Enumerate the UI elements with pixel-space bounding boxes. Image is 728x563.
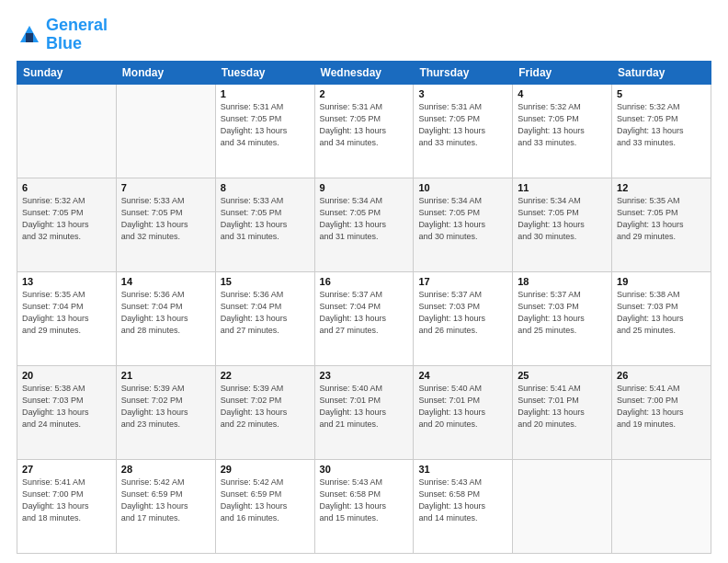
table-row: 18Sunrise: 5:37 AM Sunset: 7:03 PM Dayli… [513,271,612,365]
table-row: 17Sunrise: 5:37 AM Sunset: 7:03 PM Dayli… [414,271,513,365]
day-detail: Sunrise: 5:35 AM Sunset: 7:04 PM Dayligh… [22,289,111,337]
day-number: 29 [221,464,310,475]
table-row: 27Sunrise: 5:41 AM Sunset: 7:00 PM Dayli… [17,459,117,553]
day-number: 4 [518,88,607,99]
day-number: 11 [518,182,607,193]
day-number: 28 [121,464,210,475]
day-detail: Sunrise: 5:42 AM Sunset: 6:59 PM Dayligh… [121,477,210,524]
day-detail: Sunrise: 5:35 AM Sunset: 7:05 PM Dayligh… [617,195,706,243]
logo: General Blue [17,17,108,53]
day-detail: Sunrise: 5:34 AM Sunset: 7:05 PM Dayligh… [518,195,607,243]
calendar-row: 27Sunrise: 5:41 AM Sunset: 7:00 PM Dayli… [17,459,711,553]
weekday-header-tuesday: Tuesday [215,61,314,84]
day-number: 13 [22,276,111,287]
weekday-header-wednesday: Wednesday [314,61,414,84]
day-detail: Sunrise: 5:37 AM Sunset: 7:03 PM Dayligh… [518,289,607,337]
day-detail: Sunrise: 5:32 AM Sunset: 7:05 PM Dayligh… [617,101,706,149]
table-row [612,459,711,553]
logo-text: General Blue [46,17,108,53]
day-number: 10 [418,182,507,193]
table-row: 23Sunrise: 5:40 AM Sunset: 7:01 PM Dayli… [314,365,414,459]
day-number: 3 [418,88,507,99]
day-detail: Sunrise: 5:36 AM Sunset: 7:04 PM Dayligh… [121,289,210,337]
day-number: 27 [22,464,111,475]
calendar-header-row: SundayMondayTuesdayWednesdayThursdayFrid… [17,61,711,84]
weekday-header-thursday: Thursday [414,61,513,84]
table-row: 5Sunrise: 5:32 AM Sunset: 7:05 PM Daylig… [612,84,711,178]
table-row: 6Sunrise: 5:32 AM Sunset: 7:05 PM Daylig… [17,178,117,271]
weekday-header-saturday: Saturday [612,61,711,84]
table-row: 13Sunrise: 5:35 AM Sunset: 7:04 PM Dayli… [17,271,117,365]
day-number: 31 [418,464,507,475]
day-number: 6 [22,182,111,193]
header: General Blue [17,17,711,53]
day-detail: Sunrise: 5:31 AM Sunset: 7:05 PM Dayligh… [221,101,310,149]
weekday-header-sunday: Sunday [17,61,117,84]
day-number: 22 [221,370,310,381]
table-row: 7Sunrise: 5:33 AM Sunset: 7:05 PM Daylig… [116,178,215,271]
day-detail: Sunrise: 5:32 AM Sunset: 7:05 PM Dayligh… [22,195,111,243]
day-detail: Sunrise: 5:31 AM Sunset: 7:05 PM Dayligh… [418,101,507,149]
logo-icon [17,22,42,48]
day-number: 8 [221,182,310,193]
calendar-row: 1Sunrise: 5:31 AM Sunset: 7:05 PM Daylig… [17,84,711,178]
day-number: 24 [418,370,507,381]
table-row: 3Sunrise: 5:31 AM Sunset: 7:05 PM Daylig… [414,84,513,178]
day-detail: Sunrise: 5:39 AM Sunset: 7:02 PM Dayligh… [121,383,210,431]
day-number: 30 [320,464,409,475]
weekday-header-monday: Monday [116,61,215,84]
calendar-row: 20Sunrise: 5:38 AM Sunset: 7:03 PM Dayli… [17,365,711,459]
day-detail: Sunrise: 5:37 AM Sunset: 7:04 PM Dayligh… [320,289,409,337]
page: General Blue SundayMondayTuesdayWednesda… [0,0,728,563]
table-row [116,84,215,178]
day-detail: Sunrise: 5:38 AM Sunset: 7:03 PM Dayligh… [22,383,111,431]
calendar-row: 6Sunrise: 5:32 AM Sunset: 7:05 PM Daylig… [17,178,711,271]
day-number: 19 [617,276,706,287]
svg-rect-1 [26,33,33,42]
table-row: 16Sunrise: 5:37 AM Sunset: 7:04 PM Dayli… [314,271,414,365]
day-detail: Sunrise: 5:36 AM Sunset: 7:04 PM Dayligh… [221,289,310,337]
day-detail: Sunrise: 5:41 AM Sunset: 7:01 PM Dayligh… [518,383,607,431]
day-detail: Sunrise: 5:39 AM Sunset: 7:02 PM Dayligh… [221,383,310,431]
table-row: 2Sunrise: 5:31 AM Sunset: 7:05 PM Daylig… [314,84,414,178]
table-row: 9Sunrise: 5:34 AM Sunset: 7:05 PM Daylig… [314,178,414,271]
day-detail: Sunrise: 5:40 AM Sunset: 7:01 PM Dayligh… [320,383,409,431]
day-number: 5 [617,88,706,99]
calendar-table: SundayMondayTuesdayWednesdayThursdayFrid… [17,61,711,554]
day-number: 21 [121,370,210,381]
day-number: 2 [320,88,409,99]
day-detail: Sunrise: 5:40 AM Sunset: 7:01 PM Dayligh… [418,383,507,431]
day-detail: Sunrise: 5:33 AM Sunset: 7:05 PM Dayligh… [121,195,210,243]
table-row: 31Sunrise: 5:43 AM Sunset: 6:58 PM Dayli… [414,459,513,553]
table-row [17,84,117,178]
table-row: 1Sunrise: 5:31 AM Sunset: 7:05 PM Daylig… [215,84,314,178]
day-number: 25 [518,370,607,381]
day-number: 15 [221,276,310,287]
day-number: 12 [617,182,706,193]
table-row: 20Sunrise: 5:38 AM Sunset: 7:03 PM Dayli… [17,365,117,459]
calendar-row: 13Sunrise: 5:35 AM Sunset: 7:04 PM Dayli… [17,271,711,365]
day-detail: Sunrise: 5:42 AM Sunset: 6:59 PM Dayligh… [221,477,310,524]
day-number: 7 [121,182,210,193]
table-row: 22Sunrise: 5:39 AM Sunset: 7:02 PM Dayli… [215,365,314,459]
day-number: 23 [320,370,409,381]
table-row: 14Sunrise: 5:36 AM Sunset: 7:04 PM Dayli… [116,271,215,365]
table-row: 11Sunrise: 5:34 AM Sunset: 7:05 PM Dayli… [513,178,612,271]
table-row: 28Sunrise: 5:42 AM Sunset: 6:59 PM Dayli… [116,459,215,553]
day-detail: Sunrise: 5:34 AM Sunset: 7:05 PM Dayligh… [320,195,409,243]
day-detail: Sunrise: 5:34 AM Sunset: 7:05 PM Dayligh… [418,195,507,243]
table-row: 12Sunrise: 5:35 AM Sunset: 7:05 PM Dayli… [612,178,711,271]
day-detail: Sunrise: 5:43 AM Sunset: 6:58 PM Dayligh… [320,477,409,524]
table-row: 26Sunrise: 5:41 AM Sunset: 7:00 PM Dayli… [612,365,711,459]
day-number: 9 [320,182,409,193]
table-row: 8Sunrise: 5:33 AM Sunset: 7:05 PM Daylig… [215,178,314,271]
day-detail: Sunrise: 5:37 AM Sunset: 7:03 PM Dayligh… [418,289,507,337]
day-number: 18 [518,276,607,287]
table-row: 25Sunrise: 5:41 AM Sunset: 7:01 PM Dayli… [513,365,612,459]
day-detail: Sunrise: 5:38 AM Sunset: 7:03 PM Dayligh… [617,289,706,337]
day-number: 26 [617,370,706,381]
table-row: 24Sunrise: 5:40 AM Sunset: 7:01 PM Dayli… [414,365,513,459]
day-number: 14 [121,276,210,287]
day-number: 16 [320,276,409,287]
day-detail: Sunrise: 5:33 AM Sunset: 7:05 PM Dayligh… [221,195,310,243]
